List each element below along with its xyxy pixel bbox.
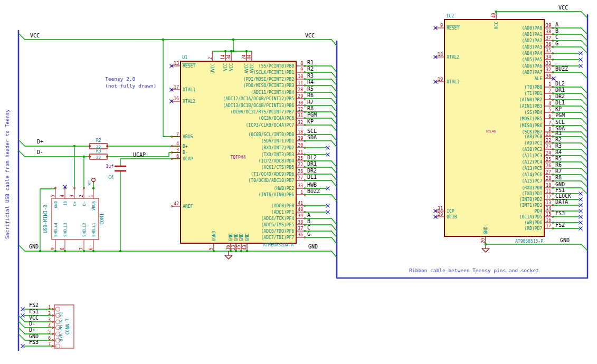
net-label: FS1 [29,309,39,314]
net-label: GND [29,244,39,250]
junction-dot [495,11,497,13]
net-label: VCC [558,5,568,11]
bus-entry [581,149,587,156]
pin-number: 16 [546,218,551,223]
junction-dot [245,50,248,52]
component-ref: IC2 [446,13,454,18]
no-connect-icon [21,308,24,311]
pin-name: OC1B [447,215,457,219]
no-connect-icon [579,215,582,218]
pin-name: (A11)PC3 [522,154,542,158]
pin-name: (ICP2/ADC8)PD4 [259,159,295,164]
bus-entry [581,12,587,18]
pin-number: 2 [79,195,84,197]
bus-entry [331,72,337,79]
pin-number: 19 [298,136,303,141]
pin-name: AVCC [250,63,254,73]
pin-number: 23 [546,145,551,149]
no-connect-icon [552,77,555,80]
pin-name: (TXD/INT3)PD3 [261,152,294,157]
ground-icon [482,244,489,252]
bus-entry [331,180,337,187]
net-label: BUZZ [555,66,568,72]
pin-number: 21 [298,150,303,155]
pin-number: 14 [546,206,551,211]
junction-dot [64,250,66,252]
pin-name: (AD6)PA6 [522,64,542,69]
pin-name: (AD5)PA5 [522,58,542,62]
junction-dot [230,50,232,52]
pin-name: (ADC11/PCINT4)PB4 [251,90,294,95]
no-connect-icon [579,58,582,61]
pin-number: 36 [546,42,551,47]
junction-dot [162,39,164,41]
net-label: DR1 [307,161,317,167]
net-label: D- [37,149,43,155]
pin-name: (AD4)PA4 [522,51,542,56]
bus-entry [331,218,337,225]
pin-number: 27 [298,176,303,180]
pin-name: VBUS [91,201,96,211]
pin-number: 12 [298,107,303,112]
pin-name: (AD1)PA1 [522,32,542,37]
pin-name: (SS)PB4 [524,110,542,115]
bus-entry [581,72,587,79]
pin-number: 9 [440,23,443,28]
pin-number: 10 [298,74,303,79]
pin-number: 33 [298,184,303,188]
pin-number: 36 [298,233,303,237]
pin-number: 2 [208,57,213,60]
pin-name: VCC [223,63,228,71]
bus-entry [581,87,587,93]
pin-number: 2 [548,89,551,93]
pin-number: 32 [298,120,303,125]
schematic-page: U1TQFP44ATMEGA32U4-A13RESET17XTAL116XTAL… [0,0,597,364]
pin-name: (TXD)PD1 [522,191,542,196]
no-connect-icon [579,192,582,195]
pin-number: 17 [546,224,551,228]
pin-name: RESET [183,64,195,69]
connector-con1: USB-MINI-BCON15GND4ID3D+2D-1VBUS9SHELL48… [43,187,105,251]
component-value: 1uf [106,164,114,169]
bus-entry [331,251,337,257]
bus-entry [331,112,337,118]
bus-entry [581,100,587,106]
bus-entry [331,135,337,141]
pin-name: (A13)PC5 [522,166,542,171]
net-label: DL2 [555,81,565,87]
pin-number: 13 [174,61,179,66]
pin-name: GND [234,233,239,241]
no-connect-icon [326,204,329,207]
pin-number: 32 [546,68,551,72]
pin-number: 28 [298,88,303,92]
pin-name: (T1/OC4D/ADC9)PD6 [251,172,294,177]
pin-number: 1 [300,190,303,195]
bus-entry [18,33,25,40]
net-label: SDA [307,135,317,140]
pin-name: ICP [447,209,454,214]
no-connect-icon [579,221,582,224]
net-label: R4 [307,79,314,85]
bus-entry [331,125,337,131]
pin-number: 24 [546,151,551,156]
pin-name: VCC [229,63,234,71]
pin-name: (ICP3/CLK0/OC4A)PC7 [245,123,294,128]
pin-name: (INT6/AIN0)PE6 [259,193,295,197]
pin-name: SHELL2 [82,223,87,237]
pin-name: (AD0)PA0 [522,26,542,31]
resistor-r3: R322 [89,149,108,160]
ground-icon [225,251,232,259]
pin-name: GND [245,233,250,241]
pin-name: (A12)PC4 [522,160,542,165]
pin-number: 1 [548,82,551,87]
bus-entry [581,188,587,194]
pin-number: 6 [89,247,93,250]
no-connect-icon [579,209,582,213]
junction-dot [83,156,85,158]
pin-number: 38 [298,220,303,225]
pin-number: 20 [298,143,303,148]
pin-number: 13 [546,200,551,205]
component-ref: CONN_7 [65,319,70,335]
pin-number: 39 [546,23,551,28]
pin-number: 9 [51,247,55,250]
